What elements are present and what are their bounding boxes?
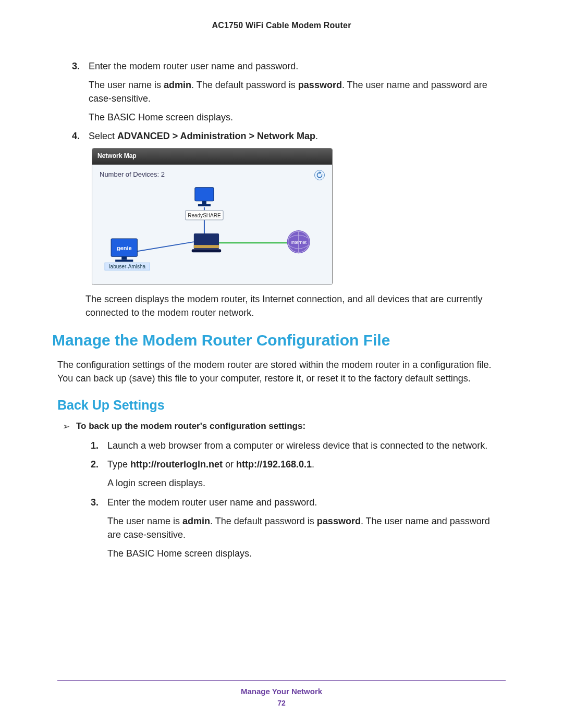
client-hostname: labuser-Amisha bbox=[109, 264, 145, 269]
page-footer: Manage Your Network 72 bbox=[57, 680, 506, 707]
step-number: 3. bbox=[91, 496, 99, 509]
procedure-title: To back up the modem router's configurat… bbox=[63, 421, 506, 431]
admin-word: admin bbox=[182, 516, 210, 526]
step-text: Select ADVANCED > Administration > Netwo… bbox=[89, 129, 506, 143]
svg-rect-5 bbox=[198, 204, 211, 206]
footer-page-number: 72 bbox=[57, 699, 506, 707]
step-number: 3. bbox=[72, 59, 80, 73]
section-intro: The configuration settings of the modem … bbox=[57, 358, 506, 385]
bstep-1: 1. Launch a web browser from a computer … bbox=[107, 439, 506, 452]
genie-badge: genie bbox=[117, 245, 132, 251]
basic-home-note: The BASIC Home screen displays. bbox=[89, 110, 506, 124]
network-map-screenshot: Network Map Number of Devices: 2 bbox=[92, 148, 333, 285]
password-word: password bbox=[298, 80, 342, 90]
step-text: Enter the modem router user name and pas… bbox=[107, 496, 506, 509]
devices-count-label: Number of Devices: 2 bbox=[100, 170, 165, 180]
router-url-1: http://routerlogin.net bbox=[130, 459, 223, 470]
step-4: 4. Select ADVANCED > Administration > Ne… bbox=[89, 129, 506, 319]
credentials-note: The user name is admin. The default pass… bbox=[107, 514, 506, 541]
after-network-map-text: The screen displays the modem router, it… bbox=[85, 292, 506, 319]
login-screen-note: A login screen displays. bbox=[107, 476, 506, 490]
network-map-body: Number of Devices: 2 bbox=[92, 165, 332, 285]
step-text: Type http://routerlogin.net or http://19… bbox=[107, 458, 506, 471]
svg-rect-3 bbox=[195, 187, 214, 201]
svg-rect-9 bbox=[192, 249, 221, 252]
router-url-2: http://192.168.0.1 bbox=[236, 459, 312, 470]
step-3: 3. Enter the modem router user name and … bbox=[89, 59, 506, 124]
network-map-titlebar: Network Map bbox=[92, 149, 332, 164]
step-number: 2. bbox=[91, 458, 99, 471]
refresh-icon[interactable] bbox=[314, 170, 325, 180]
nav-path: ADVANCED > Administration > Network Map bbox=[117, 131, 315, 141]
footer-rule bbox=[57, 680, 506, 681]
step-number: 1. bbox=[91, 439, 99, 452]
internet-label: Internet bbox=[290, 240, 307, 245]
bstep-2: 2. Type http://routerlogin.net or http:/… bbox=[107, 458, 506, 490]
credentials-note: The user name is admin. The default pass… bbox=[89, 78, 506, 105]
svg-rect-8 bbox=[194, 245, 219, 248]
step-number: 4. bbox=[72, 129, 80, 143]
svg-line-1 bbox=[131, 242, 194, 252]
bstep-3: 3. Enter the modem router user name and … bbox=[107, 496, 506, 560]
basic-home-note: The BASIC Home screen displays. bbox=[107, 547, 506, 560]
step-text: Launch a web browser from a computer or … bbox=[107, 439, 506, 452]
section-heading-manage-config: Manage the Modem Router Configuration Fi… bbox=[52, 331, 506, 350]
password-word: password bbox=[317, 516, 361, 526]
svg-rect-4 bbox=[202, 201, 206, 204]
top-step-list: 3. Enter the modem router user name and … bbox=[57, 59, 506, 319]
doc-title: AC1750 WiFi Cable Modem Router bbox=[57, 21, 506, 30]
page: AC1750 WiFi Cable Modem Router 3. Enter … bbox=[0, 0, 563, 728]
svg-rect-11 bbox=[121, 256, 127, 260]
footer-section-title: Manage Your Network bbox=[57, 687, 506, 696]
readyshare-label: ReadySHARE bbox=[188, 213, 221, 218]
svg-rect-12 bbox=[115, 260, 133, 262]
admin-word: admin bbox=[164, 80, 191, 90]
network-map-diagram: ReadySHARE genie labuser-Amisha bbox=[100, 180, 325, 277]
bottom-step-list: 1. Launch a web browser from a computer … bbox=[57, 439, 506, 560]
subsection-heading-backup: Back Up Settings bbox=[57, 398, 506, 413]
step-text: Enter the modem router user name and pas… bbox=[89, 59, 506, 73]
